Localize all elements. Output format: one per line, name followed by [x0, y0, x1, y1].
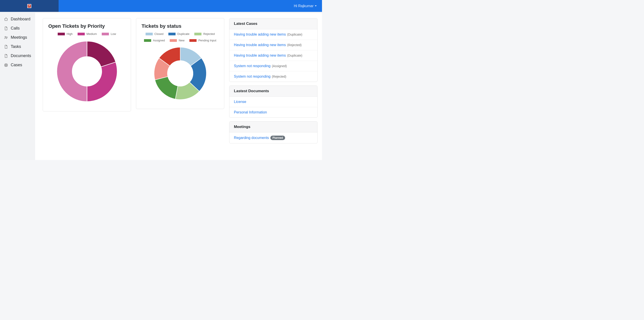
user-menu[interactable]: Hi Rajkumar: [294, 4, 317, 8]
legend-swatch: [146, 33, 153, 35]
legend-swatch: [168, 33, 176, 35]
home-icon: [4, 17, 8, 21]
brand-logo-icon: P: [27, 4, 31, 8]
legend-item[interactable]: High: [58, 32, 73, 36]
legend-label: Closed: [154, 32, 164, 36]
panel-title: Latest Cases: [230, 18, 317, 29]
case-link[interactable]: Having trouble adding new items: [234, 33, 286, 37]
case-status: (Duplicate): [287, 33, 302, 36]
document-link[interactable]: Personal Information: [234, 110, 267, 114]
sidebar-item-label: Documents: [11, 54, 31, 58]
status-badge: Planned: [270, 136, 285, 140]
legend-swatch: [170, 39, 177, 42]
case-status: (Duplicate): [287, 54, 302, 57]
main-content: Open Tickets by Priority HighMediumLow T…: [35, 12, 322, 160]
legend-item[interactable]: New: [170, 39, 184, 42]
list-item: License: [230, 97, 317, 107]
panel-title: Lastest Documents: [230, 86, 317, 97]
case-link[interactable]: Having trouble adding new items: [234, 54, 286, 58]
sidebar-item-cases[interactable]: Cases: [0, 60, 35, 70]
panel-latest-cases: Latest Cases Having trouble adding new i…: [229, 18, 318, 82]
donut-chart-priority: [54, 38, 120, 105]
list-item: Having trouble adding new items(Duplicat…: [230, 29, 317, 40]
donut-chart-status: [151, 44, 209, 103]
legend-item[interactable]: Low: [102, 32, 116, 36]
legend-item[interactable]: Duplicate: [168, 32, 190, 36]
brand-area: P: [0, 0, 58, 12]
sidebar-item-calls[interactable]: Calls: [0, 24, 35, 33]
legend-item[interactable]: Assigned: [144, 39, 165, 42]
lifebuoy-icon: [4, 63, 8, 67]
panel-meetings: Meetings Regarding documentsPlanned: [229, 121, 318, 143]
list-item: Having trouble adding new items(Duplicat…: [230, 50, 317, 61]
top-bar: P Hi Rajkumar: [0, 0, 322, 12]
sidebar-item-label: Calls: [11, 26, 20, 31]
legend-swatch: [190, 39, 196, 42]
list-item: System not responding(Rejected): [230, 71, 317, 82]
file-icon: [4, 27, 8, 31]
list-item: Personal Information: [230, 107, 317, 118]
chart-slice[interactable]: [87, 62, 117, 102]
legend-label: Duplicate: [177, 32, 190, 36]
chart-title: Open Tickets by Priority: [48, 23, 126, 29]
legend-item[interactable]: Pending Input: [190, 39, 216, 42]
legend-label: Assigned: [153, 39, 165, 42]
chart-slice[interactable]: [57, 41, 87, 102]
meeting-link[interactable]: Regarding documents: [234, 136, 269, 140]
people-icon: [4, 36, 8, 40]
legend-label: New: [179, 39, 184, 42]
case-status: (Rejected): [272, 75, 286, 78]
legend-label: Low: [111, 32, 116, 36]
chart-title: Tickets by status: [142, 23, 219, 29]
sidebar-item-dashboard[interactable]: Dashboard: [0, 15, 35, 24]
right-column: Latest Cases Having trouble adding new i…: [229, 18, 318, 143]
chart-legend: HighMediumLow: [48, 32, 126, 36]
case-link[interactable]: System not responding: [234, 75, 270, 79]
chevron-down-icon: [315, 5, 317, 7]
legend-swatch: [102, 33, 109, 35]
sidebar-item-label: Dashboard: [11, 17, 30, 22]
top-bar-main: Hi Rajkumar: [58, 0, 322, 12]
file-icon: [4, 45, 8, 49]
panel-title: Meetings: [230, 122, 317, 132]
svg-point-1: [6, 37, 8, 38]
legend-swatch: [58, 33, 65, 35]
legend-swatch: [78, 33, 85, 35]
list-item: System not responding(Assigned): [230, 61, 317, 71]
chart-slice[interactable]: [155, 77, 178, 99]
file-icon: [4, 54, 8, 58]
case-status: (Rejected): [287, 43, 302, 47]
svg-point-3: [5, 65, 7, 66]
chart-slice[interactable]: [87, 41, 116, 67]
list-item: Regarding documentsPlanned: [230, 132, 317, 143]
chart-card-status: Tickets by status ClosedDuplicateRejecte…: [136, 18, 224, 109]
case-link[interactable]: System not responding: [234, 64, 270, 68]
list-item: Having trouble adding new items(Rejected…: [230, 40, 317, 50]
case-link[interactable]: Having trouble adding new items: [234, 43, 286, 47]
chart-card-priority: Open Tickets by Priority HighMediumLow: [43, 18, 131, 111]
svg-point-0: [5, 36, 6, 37]
sidebar-item-tasks[interactable]: Tasks: [0, 42, 35, 51]
sidebar-item-meetings[interactable]: Meetings: [0, 33, 35, 42]
sidebar-item-label: Cases: [11, 63, 22, 67]
legend-item[interactable]: Rejected: [194, 32, 215, 36]
legend-swatch: [144, 39, 151, 42]
sidebar-item-label: Tasks: [11, 44, 21, 49]
legend-label: High: [67, 32, 73, 36]
legend-swatch: [194, 33, 202, 35]
chart-legend: ClosedDuplicateRejectedAssignedNewPendin…: [142, 32, 219, 42]
legend-item[interactable]: Closed: [146, 32, 164, 36]
document-link[interactable]: License: [234, 100, 246, 104]
sidebar-item-documents[interactable]: Documents: [0, 51, 35, 60]
panel-latest-documents: Lastest Documents LicensePersonal Inform…: [229, 86, 318, 118]
legend-label: Medium: [86, 32, 97, 36]
legend-label: Pending Input: [198, 39, 216, 42]
sidebar-item-label: Meetings: [11, 35, 27, 40]
legend-item[interactable]: Medium: [78, 32, 97, 36]
sidebar: Dashboard Calls Meetings Tasks Documents…: [0, 12, 35, 160]
case-status: (Assigned): [272, 64, 287, 68]
legend-label: Rejected: [203, 32, 215, 36]
user-greeting: Hi Rajkumar: [294, 4, 314, 8]
